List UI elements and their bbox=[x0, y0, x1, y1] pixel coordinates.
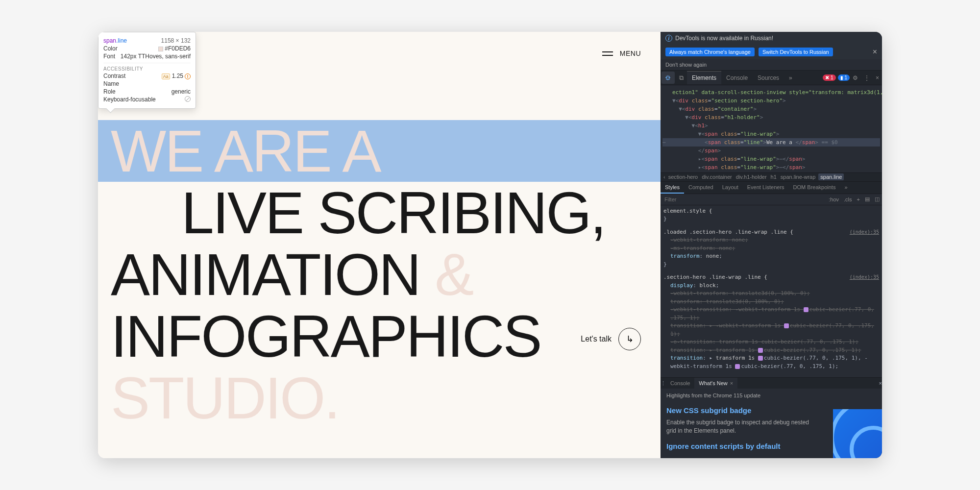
hamburger-icon bbox=[602, 51, 613, 56]
tabs-overflow[interactable]: » bbox=[784, 72, 797, 84]
cls-toggle[interactable]: .cls bbox=[841, 195, 855, 204]
info-count-badge[interactable]: ▮ 1 bbox=[838, 74, 850, 81]
banner-text: DevTools is now available in Russian! bbox=[675, 35, 773, 42]
cta-label: Let's talk bbox=[581, 335, 612, 343]
hero-line-2: LIVE SCRIBING, bbox=[98, 182, 661, 244]
close-banner-button[interactable]: × bbox=[873, 48, 877, 56]
crumb[interactable]: section-hero bbox=[667, 173, 699, 180]
tab-console[interactable]: Console bbox=[721, 72, 753, 84]
subtab-styles[interactable]: Styles bbox=[661, 182, 684, 194]
crumb[interactable]: span.line-wrap bbox=[780, 173, 817, 180]
css-property[interactable]: transition: ▸ -webkit-transform 1s cubic… bbox=[663, 322, 879, 338]
tooltip-color-label: Color bbox=[103, 45, 118, 52]
tooltip-dimensions: 1158 × 132 bbox=[161, 37, 191, 44]
tooltip-selector: span.line bbox=[103, 37, 127, 44]
subtab-event-listeners[interactable]: Event Listeners bbox=[743, 182, 789, 194]
drawer-tab-whats-new[interactable]: What's New× bbox=[694, 378, 737, 389]
drawer-tabs: ⋮ Console What's New× × bbox=[661, 377, 882, 389]
tooltip-contrast-label: Contrast bbox=[103, 73, 125, 79]
whats-new-panel: Highlights from the Chrome 115 update Ne… bbox=[661, 389, 882, 458]
devtools-panel: i DevTools is now available in Russian! … bbox=[661, 32, 882, 458]
tooltip-contrast-value: Aa1.25! bbox=[162, 73, 191, 79]
rendered-page: span.line 1158 × 132 Color #F0DED6 Font … bbox=[98, 32, 661, 458]
hero-line-4: INFOGRAPHICS bbox=[98, 305, 661, 367]
tooltip-color-value: #F0DED6 bbox=[158, 45, 191, 52]
warning-icon: ! bbox=[185, 74, 191, 79]
menu-label: MENU bbox=[620, 49, 641, 57]
styles-filter-row: :hov .cls + ▤ ◫ bbox=[661, 194, 882, 205]
crumb[interactable]: h1 bbox=[770, 173, 778, 180]
tooltip-keyboard-focusable-label: Keyboard-focusable bbox=[103, 96, 156, 103]
devtools-language-actions: Always match Chrome's language Switch De… bbox=[661, 45, 882, 59]
more-menu-icon[interactable]: ⋮ bbox=[861, 74, 873, 81]
error-count-badge[interactable]: ✖ 1 bbox=[823, 74, 835, 81]
css-rule: .section-hero .line-wrap .line {(index):… bbox=[663, 273, 879, 370]
styles-subtabs: Styles Computed Layout Event Listeners D… bbox=[661, 182, 882, 194]
dom-breadcrumbs[interactable]: ‹ section-hero div.container div.h1-hold… bbox=[661, 172, 882, 182]
whats-new-paragraph: Enable the subgrid badge to inspect and … bbox=[666, 418, 818, 435]
tab-elements[interactable]: Elements bbox=[687, 71, 721, 84]
selected-dom-node[interactable]: ⋯ <span class="line">We are a </span> ==… bbox=[662, 138, 880, 147]
box-model-icon[interactable]: ◫ bbox=[872, 194, 882, 204]
css-selector[interactable]: element.style { bbox=[663, 207, 879, 216]
crumb[interactable]: div.h1-holder bbox=[735, 173, 768, 180]
close-devtools-icon[interactable]: × bbox=[873, 74, 882, 81]
css-property[interactable]: -ms-transform: none; bbox=[663, 245, 879, 253]
tooltip-font-label: Font bbox=[103, 53, 115, 60]
css-rule: element.style { } bbox=[663, 207, 879, 223]
css-property[interactable]: transform: translate3d(0, 100%, 0); bbox=[663, 298, 879, 306]
subtab-more[interactable]: » bbox=[840, 182, 852, 194]
styles-filter-input[interactable] bbox=[661, 194, 826, 205]
switch-devtools-language-button[interactable]: Switch DevTools to Russian bbox=[759, 48, 833, 56]
arrow-icon: ↳ bbox=[618, 328, 641, 350]
css-property[interactable]: -webkit-transition: -webkit-transform 1s… bbox=[663, 306, 879, 322]
info-icon: i bbox=[665, 35, 672, 42]
menu-button[interactable]: MENU bbox=[602, 49, 641, 57]
hero-heading: WE ARE A LIVE SCRIBING, ANIMATION & INFO… bbox=[98, 120, 661, 429]
crumb[interactable]: div.container bbox=[701, 173, 733, 180]
close-drawer-icon[interactable]: × bbox=[879, 380, 882, 386]
whats-new-highlights: Highlights from the Chrome 115 update bbox=[666, 392, 876, 398]
tooltip-name-label: Name bbox=[103, 80, 119, 87]
drawer-menu-icon[interactable]: ⋮ bbox=[661, 380, 666, 387]
tooltip-font-value: 142px TTHoves, sans-serif bbox=[121, 53, 191, 60]
css-property[interactable]: -webkit-transform: translate3d(0, 100%, … bbox=[663, 290, 879, 298]
hero-line-1-selected: WE ARE A bbox=[98, 120, 661, 182]
css-selector[interactable]: .loaded .section-hero .line-wrap .line { bbox=[663, 228, 793, 237]
styles-pane[interactable]: element.style { } .loaded .section-hero … bbox=[661, 205, 882, 378]
settings-gear-icon[interactable]: ⚙ bbox=[850, 74, 861, 81]
crumb-active[interactable]: span.line bbox=[818, 173, 844, 180]
element-inspector-tooltip: span.line 1158 × 132 Color #F0DED6 Font … bbox=[98, 32, 196, 109]
crumb-scroll-left[interactable]: ‹ bbox=[663, 174, 665, 180]
drawer-tab-console[interactable]: Console bbox=[666, 378, 694, 389]
close-tab-icon: × bbox=[730, 380, 733, 386]
css-property[interactable]: transition: ▸ transform 1s cubic-bezier(… bbox=[663, 346, 879, 355]
css-property[interactable]: transition: ▸ transform 1s cubic-bezier(… bbox=[663, 354, 879, 370]
css-property[interactable]: -webkit-transform: none; bbox=[663, 236, 879, 245]
always-match-language-button[interactable]: Always match Chrome's language bbox=[665, 48, 755, 56]
lets-talk-cta[interactable]: Let's talk ↳ bbox=[581, 328, 641, 350]
dont-show-again-link[interactable]: Don't show again bbox=[661, 59, 882, 71]
css-source-link[interactable]: (index):35 bbox=[850, 273, 879, 282]
tooltip-role-value: generic bbox=[172, 88, 191, 95]
css-rule: .loaded .section-hero .line-wrap .line {… bbox=[663, 228, 879, 269]
tooltip-accessibility-header: ACCESSIBILITY bbox=[103, 63, 191, 72]
inspect-element-icon[interactable]: ⯐ bbox=[662, 72, 675, 84]
css-property[interactable]: -o-transition: transform 1s cubic-bezier… bbox=[663, 338, 879, 346]
device-toggle-icon[interactable]: ⧉ bbox=[676, 72, 687, 84]
css-source-link[interactable]: (index):35 bbox=[850, 228, 879, 237]
tab-sources[interactable]: Sources bbox=[753, 72, 784, 84]
devtools-tabs: ⯐ ⧉ Elements Console Sources » ✖ 1 ▮ 1 ⚙… bbox=[661, 71, 882, 85]
subtab-layout[interactable]: Layout bbox=[718, 182, 743, 194]
browser-window: span.line 1158 × 132 Color #F0DED6 Font … bbox=[98, 32, 882, 458]
subtab-dom-breakpoints[interactable]: DOM Breakpoints bbox=[789, 182, 840, 194]
tooltip-role-label: Role bbox=[103, 88, 116, 95]
css-selector[interactable]: .section-hero .line-wrap .line { bbox=[663, 273, 767, 282]
computed-panel-icon[interactable]: ▤ bbox=[862, 194, 872, 204]
whats-new-illustration bbox=[833, 409, 882, 458]
prohibit-icon bbox=[185, 96, 191, 103]
subtab-computed[interactable]: Computed bbox=[684, 182, 718, 194]
hov-toggle[interactable]: :hov bbox=[826, 195, 841, 204]
dom-tree[interactable]: ection1" data-scroll-section-inview styl… bbox=[661, 85, 882, 172]
new-style-rule-icon[interactable]: + bbox=[855, 195, 862, 204]
